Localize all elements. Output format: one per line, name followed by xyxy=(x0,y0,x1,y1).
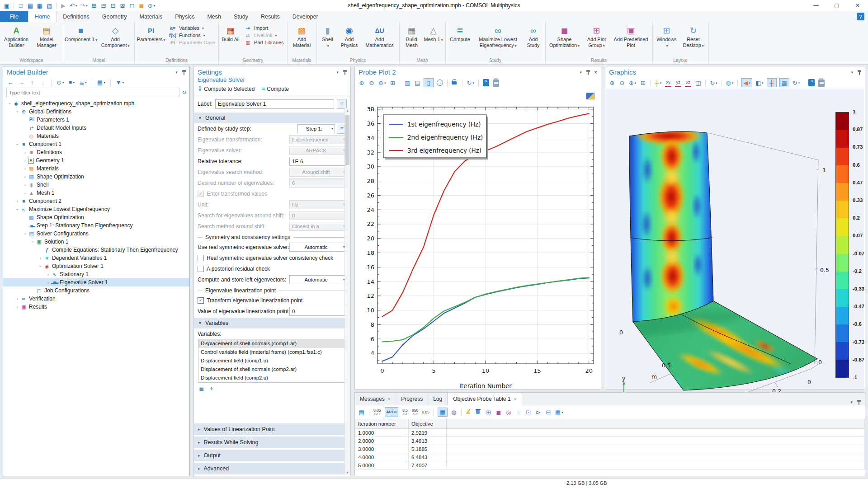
panel-menu-icon[interactable] xyxy=(175,70,178,75)
close-tab-icon[interactable] xyxy=(388,396,391,402)
chevron-down-icon[interactable]: › xyxy=(38,263,43,269)
scrollbar-thumb[interactable] xyxy=(345,115,349,165)
tree-filter-input[interactable] xyxy=(6,88,179,97)
transparency-icon[interactable]: ◧▾ xyxy=(755,79,764,86)
tree-node-solver-configurations[interactable]: ›▤Solver Configurations xyxy=(3,230,189,238)
add-physics-button[interactable]: ◉ Add Physics xyxy=(338,23,361,57)
rotate-view-icon[interactable]: ↻▾ xyxy=(710,79,717,86)
plot-window-icon[interactable] xyxy=(586,93,594,99)
zoom-extents-icon[interactable]: ⊞ xyxy=(389,79,396,86)
pin-icon[interactable] xyxy=(586,70,590,75)
gfx-print-icon[interactable] xyxy=(818,80,825,87)
play-icon[interactable]: ▶ xyxy=(60,2,66,9)
view-xy-icon[interactable]: xy xyxy=(665,79,671,87)
chevron-down-icon[interactable]: › xyxy=(15,206,20,212)
consistency-check-checkbox[interactable]: Real symmetric eigenvalue solver consist… xyxy=(194,253,350,263)
desired-number-of-eigenvalues-input[interactable]: 6 xyxy=(289,178,347,188)
tree-node-compile-equations-stationary-then-eigenfrequency[interactable]: ƒCompile Equations: Stationary Then Eige… xyxy=(3,246,189,254)
gfx-snapshot-icon[interactable] xyxy=(808,79,815,86)
reset-desktop-button[interactable]: ↻ Reset Desktop▾ xyxy=(680,23,707,57)
shell-button[interactable]: ▮ Shell▾ xyxy=(318,23,337,57)
close-button[interactable]: ✕ xyxy=(847,0,868,11)
delete-table-icon[interactable] xyxy=(476,408,482,416)
section-output[interactable]: ▸Output xyxy=(194,450,350,461)
show-axes-icon[interactable]: ┼ xyxy=(767,79,776,87)
plot-info-icon[interactable]: i xyxy=(437,80,443,86)
search-shift-input[interactable]: 0 xyxy=(289,211,347,220)
defined-by-study-step-select[interactable]: Step 1: xyxy=(297,124,335,133)
unit-select[interactable]: Hz xyxy=(289,200,347,209)
table-row[interactable]: 4.00006.4843 xyxy=(355,453,865,461)
default-view-icon[interactable]: ┼▾ xyxy=(655,79,661,86)
build-mesh-button[interactable]: ▦ Build Mesh xyxy=(401,23,423,57)
tree-node-maximize-lowest-eigenfrequency[interactable]: ›∞Maximize Lowest Eigenfrequency xyxy=(3,205,189,213)
compute-button[interactable]: = Compute xyxy=(447,23,473,57)
tree-node-default-model-inputs[interactable]: ⇄Default Model Inputs xyxy=(3,124,189,132)
move-up-icon[interactable]: ↑ xyxy=(29,79,35,86)
tree-node-component-1[interactable]: ›■Component 1 xyxy=(3,140,189,148)
decimal-notation-icon[interactable]: 0.85 xyxy=(422,408,429,416)
tab-materials[interactable]: Materials xyxy=(133,11,169,22)
table-view-icon[interactable]: ▦ xyxy=(438,408,447,416)
plot-table-icon[interactable]: ◼ xyxy=(495,408,502,416)
chevron-right-icon[interactable]: › xyxy=(22,158,28,163)
panel-menu-icon[interactable] xyxy=(336,70,339,75)
clear-table-icon[interactable] xyxy=(466,408,472,416)
column-header-iteration[interactable]: Iteration number xyxy=(355,419,409,429)
x-axis-grid-icon[interactable]: ▥ xyxy=(404,79,410,86)
settings-scrollbar[interactable]: ▲ ▼ xyxy=(344,108,350,475)
eigenvalue-transformation-select[interactable]: Eigenfrequency xyxy=(289,135,347,144)
copy-icon[interactable]: ⊞ xyxy=(91,2,97,9)
tree-node-materials[interactable]: ◎Materials xyxy=(3,132,189,140)
chevron-right-icon[interactable]: › xyxy=(14,296,20,301)
variable-item[interactable]: Displacement of shell normals (comp1.ar) xyxy=(198,339,346,348)
chevron-right-icon[interactable]: › xyxy=(22,174,28,179)
pin-icon[interactable] xyxy=(343,70,347,75)
filter-icon[interactable]: ▼▾ xyxy=(116,79,124,86)
component-1-button[interactable]: ■ Component 1▾ xyxy=(65,23,97,57)
select-box-icon[interactable]: ◻ xyxy=(129,2,135,9)
tab-progress[interactable]: Progress xyxy=(396,393,428,405)
variable-item[interactable]: Displacement field (comp2.u) xyxy=(198,374,346,382)
tab-geometry[interactable]: Geometry xyxy=(96,11,133,22)
tab-mesh[interactable]: Mesh xyxy=(201,11,227,22)
update-plot-icon[interactable]: ↻▾ xyxy=(467,79,474,86)
tree-node-step-1-stationary-then-eigenfrequency[interactable]: ▁▄▂Step 1: Stationary Then Eigenfrequenc… xyxy=(3,221,189,230)
select-highlight-icon[interactable]: ◼ xyxy=(138,2,145,9)
add-component-button[interactable]: ◇ Add Component▾ xyxy=(98,23,133,57)
section-values-of-linearization-point[interactable]: ▸Values of Linearization Point xyxy=(194,423,350,435)
chevron-right-icon[interactable]: › xyxy=(14,305,20,310)
enter-transformed-values-checkbox[interactable]: Enter transformed values xyxy=(194,188,350,199)
application-builder-button[interactable]: A Application Builder xyxy=(1,23,31,57)
chevron-down-icon[interactable]: › xyxy=(15,141,20,147)
y-axis-grid-icon[interactable]: ▤ xyxy=(414,79,420,86)
tree-node-shape-optimization[interactable]: ▨Shape Optimization xyxy=(3,213,189,221)
eigenvalue-search-method-select[interactable]: Around shift xyxy=(289,168,347,177)
chevron-right-icon[interactable]: › xyxy=(22,166,28,171)
tree-node-results[interactable]: ›▣Results xyxy=(3,303,189,311)
close-panel-icon[interactable] xyxy=(594,69,597,75)
copy-selection-icon[interactable]: ⊟ xyxy=(545,408,552,416)
pin-icon[interactable] xyxy=(182,70,186,75)
table-settings-icon[interactable]: ▦▾ xyxy=(555,408,563,416)
variable-item[interactable]: Control variable field (material frame) … xyxy=(198,348,346,357)
point-plot-icon[interactable]: ▫ xyxy=(515,408,522,416)
image-snapshot-icon[interactable] xyxy=(483,79,489,86)
go-forward-icon[interactable]: → xyxy=(18,79,24,86)
tree-node-job-configurations[interactable]: ▢Job Configurations xyxy=(3,286,189,295)
chevron-right-icon[interactable]: › xyxy=(45,280,51,285)
chevron-right-icon[interactable]: › xyxy=(22,150,28,155)
compute-button-settings[interactable]: = Compute xyxy=(262,85,289,92)
search-method-around-shift-select[interactable]: Closest in a xyxy=(289,222,347,231)
parameters-button[interactable]: Pi Parameters▾ xyxy=(136,23,166,57)
pin-icon[interactable] xyxy=(857,399,861,405)
column-header-objective[interactable]: Objective xyxy=(409,419,447,429)
functions-button[interactable]: f(x) Functions▾ xyxy=(168,33,215,38)
tab-home[interactable]: Home xyxy=(28,11,57,22)
polar-plot-table-icon[interactable]: ◎ xyxy=(505,408,512,416)
tab-physics[interactable]: Physics xyxy=(169,11,201,22)
use-real-symmetric-select[interactable]: Automatic xyxy=(289,243,347,252)
tree-node-shell-eigenfrequency-shape-optimization-mph[interactable]: ›◆shell_eigenfrequency_shape_optimizatio… xyxy=(3,99,189,108)
table-row[interactable]: 1.00002.9219 xyxy=(355,429,865,437)
left-eigenvectors-select[interactable]: Automatic xyxy=(289,275,347,284)
